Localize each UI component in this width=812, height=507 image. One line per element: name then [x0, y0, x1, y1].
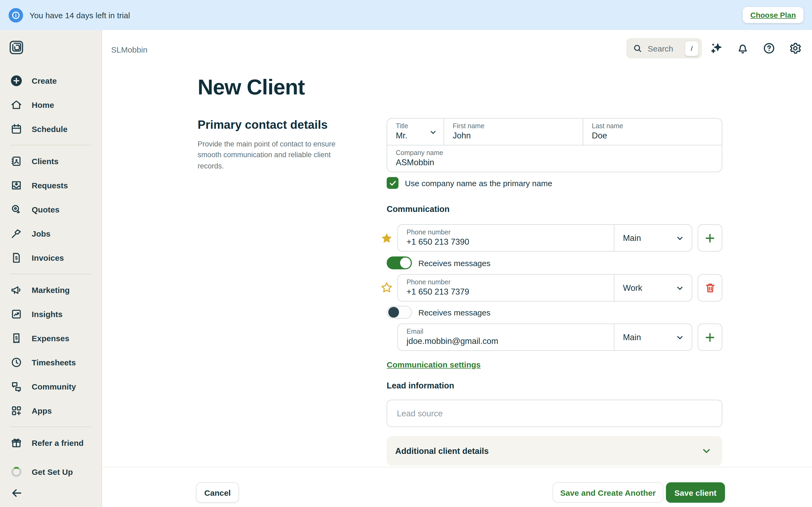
- account-name: SLMobbin: [111, 45, 147, 54]
- company-name-input[interactable]: [396, 158, 700, 167]
- settings-gear-icon[interactable]: [789, 42, 802, 55]
- header-icon-row: [710, 42, 802, 55]
- primary-contact-description: Provide the main point of contact to ens…: [198, 139, 338, 172]
- first-name-field[interactable]: First name: [444, 119, 583, 145]
- trial-message: You have 14 days left in trial: [30, 10, 130, 19]
- megaphone-icon: [10, 284, 22, 296]
- svg-text:$: $: [15, 256, 18, 261]
- primary-star-icon[interactable]: [380, 232, 393, 245]
- phone-type-select[interactable]: Main: [614, 225, 692, 251]
- receives-messages-toggle-off[interactable]: [387, 306, 412, 319]
- apps-grid-icon: [10, 404, 22, 417]
- plus-icon: [704, 331, 716, 343]
- help-icon[interactable]: [763, 42, 775, 55]
- save-client-button[interactable]: Save client: [666, 482, 725, 503]
- lead-source-field[interactable]: [387, 400, 722, 427]
- address-book-icon: [10, 155, 22, 167]
- sidebar-divider: [10, 427, 91, 427]
- last-name-input[interactable]: [592, 131, 710, 140]
- use-company-name-checkbox[interactable]: [387, 177, 399, 189]
- sidebar-item-home[interactable]: Home: [0, 93, 101, 117]
- email-field[interactable]: Email: [398, 324, 614, 350]
- primary-contact-heading: Primary contact details: [198, 118, 327, 132]
- sidebar-item-insights[interactable]: Insights: [0, 302, 101, 326]
- phone-number-input[interactable]: [407, 237, 602, 247]
- phone-number-field[interactable]: Phone number: [398, 275, 614, 301]
- phone-type-select-2[interactable]: Work: [614, 275, 692, 301]
- chevron-down-icon: [701, 446, 712, 456]
- progress-ring-icon: [10, 466, 22, 478]
- sidebar-item-create[interactable]: Create: [0, 69, 101, 93]
- collapse-sidebar-icon[interactable]: [10, 487, 23, 500]
- notifications-bell-icon[interactable]: [736, 42, 749, 55]
- calendar-icon: [10, 123, 22, 135]
- plus-icon: [704, 232, 716, 244]
- add-email-button[interactable]: [698, 324, 722, 351]
- sidebar-item-invoices[interactable]: $ Invoices: [0, 246, 101, 270]
- phone-number-input-2[interactable]: [407, 287, 602, 297]
- sidebar: Create Home Schedule Clients: [0, 30, 102, 507]
- search-input[interactable]: [647, 43, 680, 53]
- email-input[interactable]: [407, 336, 602, 346]
- sidebar-item-schedule[interactable]: Schedule: [0, 117, 101, 141]
- chevron-down-icon: [675, 284, 684, 292]
- sidebar-item-timesheets[interactable]: Timesheets: [0, 350, 101, 375]
- lead-information-heading: Lead information: [387, 381, 454, 391]
- sparkles-ai-icon[interactable]: [710, 42, 723, 55]
- chat-bubbles-icon: [10, 380, 22, 393]
- receives-messages-row-2: Receives messages: [387, 306, 490, 319]
- gift-icon: [10, 437, 22, 449]
- sidebar-item-expenses[interactable]: $ Expenses: [0, 326, 101, 350]
- search-icon: [632, 44, 642, 53]
- search-shortcut-key: /: [685, 41, 699, 56]
- save-and-create-another-button[interactable]: Save and Create Another: [553, 482, 663, 503]
- home-icon: [10, 99, 22, 111]
- receives-messages-toggle-on[interactable]: [387, 257, 412, 269]
- sidebar-item-clients[interactable]: Clients: [0, 149, 101, 173]
- name-field-group: Title Mr. First name Last name Company n…: [387, 118, 722, 172]
- page-title: New Client: [198, 75, 305, 99]
- cancel-button[interactable]: Cancel: [196, 482, 239, 503]
- chevron-down-icon: [675, 234, 684, 242]
- sidebar-nav: Create Home Schedule Clients: [0, 69, 101, 484]
- delete-phone-button[interactable]: [698, 274, 722, 301]
- chevron-down-icon: [429, 128, 437, 138]
- clock-icon: [10, 356, 22, 369]
- sidebar-divider: [10, 145, 91, 146]
- company-name-field[interactable]: Company name: [387, 146, 722, 172]
- sidebar-divider: [10, 274, 91, 274]
- sidebar-item-community[interactable]: Community: [0, 375, 101, 399]
- email-row: Email Main: [397, 324, 692, 351]
- phone-row-2: Phone number Work: [397, 274, 692, 301]
- sidebar-item-marketing[interactable]: Marketing: [0, 278, 101, 302]
- receipt-icon: $: [10, 332, 22, 344]
- search-bar[interactable]: /: [626, 38, 702, 58]
- secondary-star-icon[interactable]: [380, 281, 393, 294]
- add-phone-button[interactable]: [698, 224, 722, 251]
- additional-client-details-expander[interactable]: Additional client details: [387, 436, 722, 466]
- last-name-field[interactable]: Last name: [583, 119, 722, 145]
- svg-text:$: $: [15, 335, 18, 341]
- title-select[interactable]: Title Mr.: [387, 119, 444, 145]
- info-icon: [9, 8, 23, 22]
- inbox-request-icon: [10, 179, 22, 191]
- lead-source-input[interactable]: [396, 408, 713, 419]
- sidebar-item-apps[interactable]: Apps: [0, 399, 101, 423]
- sidebar-item-refer-a-friend[interactable]: Refer a friend: [0, 431, 101, 455]
- quote-tag-icon: [10, 203, 22, 216]
- email-type-select[interactable]: Main: [614, 324, 692, 350]
- sidebar-item-quotes[interactable]: Quotes: [0, 198, 101, 222]
- footer-bar: Cancel Save and Create Another Save clie…: [102, 467, 812, 507]
- invoice-icon: $: [10, 251, 22, 264]
- app-logo-icon: [9, 40, 24, 57]
- use-company-name-label: Use company name as the primary name: [405, 178, 552, 187]
- receives-messages-row-1: Receives messages: [387, 257, 490, 269]
- sidebar-item-requests[interactable]: Requests: [0, 173, 101, 198]
- choose-plan-button[interactable]: Choose Plan: [743, 7, 803, 23]
- sidebar-item-jobs[interactable]: Jobs: [0, 222, 101, 246]
- chart-icon: [10, 308, 22, 320]
- sidebar-item-get-set-up[interactable]: Get Set Up: [0, 460, 101, 484]
- communication-settings-link[interactable]: Communication settings: [387, 360, 480, 369]
- first-name-input[interactable]: [453, 131, 571, 140]
- phone-number-field[interactable]: Phone number: [398, 225, 614, 251]
